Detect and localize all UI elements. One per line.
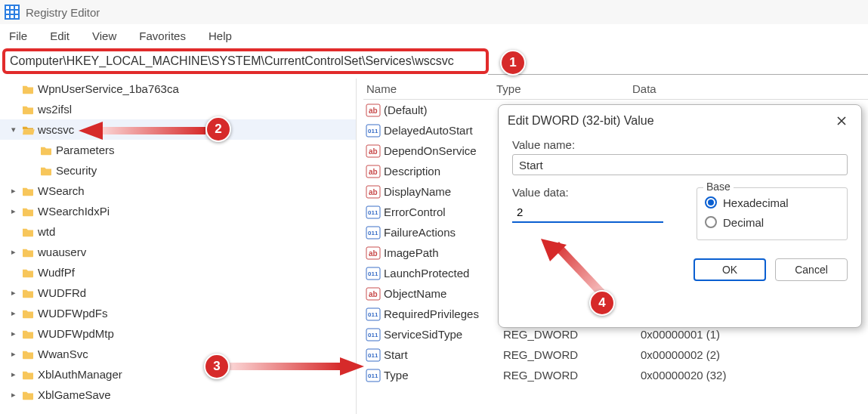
tree-item-label: wuauserv bbox=[38, 246, 86, 258]
tree-item-label: WwanSvc bbox=[38, 348, 88, 360]
value-data-label: Value data: bbox=[512, 186, 681, 199]
edit-dword-dialog: Edit DWORD (32-bit) Value Value name: St… bbox=[498, 104, 862, 328]
folder-icon bbox=[21, 267, 35, 278]
value-name: RequiredPrivileges bbox=[384, 307, 496, 320]
tree-item[interactable]: wtd bbox=[0, 221, 356, 242]
folder-icon bbox=[21, 206, 35, 217]
tree-item-label: ws2ifsl bbox=[38, 103, 72, 116]
value-name: (Default) bbox=[384, 104, 496, 116]
list-row[interactable]: StartREG_DWORD0x00000002 (2) bbox=[363, 344, 868, 365]
folder-icon bbox=[21, 349, 35, 360]
chevron-icon[interactable]: ▸ bbox=[9, 390, 18, 400]
tree-item-label: wtd bbox=[38, 225, 55, 238]
tree-item-label: Security bbox=[56, 164, 97, 177]
close-icon bbox=[836, 116, 847, 126]
reg-dword-icon bbox=[366, 205, 381, 219]
tree-item-label: XblGameSave bbox=[38, 388, 111, 401]
value-data-input[interactable] bbox=[512, 202, 663, 223]
radio-decimal[interactable]: Decimal bbox=[705, 212, 839, 232]
reg-sz-icon bbox=[366, 246, 381, 260]
close-button[interactable] bbox=[831, 110, 852, 131]
tree-item-label: WSearch bbox=[38, 184, 85, 197]
value-name: ErrorControl bbox=[384, 205, 496, 218]
col-type[interactable]: Type bbox=[496, 82, 632, 95]
value-name-field[interactable]: Start bbox=[512, 154, 848, 175]
chevron-icon[interactable]: ▸ bbox=[9, 369, 18, 379]
folder-open-icon bbox=[21, 125, 35, 135]
window-title: Registry Editor bbox=[26, 6, 100, 19]
menu-help[interactable]: Help bbox=[204, 27, 236, 45]
tree-pane[interactable]: WpnUserService_1ba763caws2ifsl▾wscsvcPar… bbox=[0, 79, 357, 414]
reg-sz-icon bbox=[366, 104, 381, 117]
tree-item[interactable]: Parameters bbox=[0, 140, 356, 160]
annotation-badge-3: 3 bbox=[204, 354, 230, 379]
reg-sz-icon bbox=[366, 287, 381, 301]
menu-bar: File Edit View Favorites Help bbox=[0, 24, 868, 47]
ok-button[interactable]: OK bbox=[693, 258, 766, 281]
tree-item[interactable]: ws2ifsl bbox=[0, 99, 356, 119]
reg-sz-icon bbox=[366, 165, 381, 178]
tree-item[interactable]: ▸XblAuthManager bbox=[0, 364, 356, 385]
reg-dword-icon bbox=[366, 226, 381, 239]
reg-dword-icon bbox=[366, 267, 381, 280]
tree-item[interactable]: WpnUserService_1ba763ca bbox=[0, 79, 356, 99]
chevron-icon[interactable]: ▸ bbox=[9, 288, 18, 298]
tree-item-label: XblAuthManager bbox=[38, 368, 122, 381]
tree-item[interactable]: Security bbox=[0, 160, 356, 181]
chevron-icon[interactable]: ▸ bbox=[9, 349, 18, 359]
annotation-badge-2: 2 bbox=[205, 116, 231, 142]
chevron-icon[interactable]: ▸ bbox=[9, 186, 18, 196]
reg-dword-icon bbox=[366, 124, 381, 137]
tree-item[interactable]: ▸WSearch bbox=[0, 181, 356, 201]
value-name: Start bbox=[384, 348, 496, 361]
address-bar[interactable]: Computer\HKEY_LOCAL_MACHINE\SYSTEM\Curre… bbox=[2, 48, 489, 74]
tree-item[interactable]: ▸WwanSvc bbox=[0, 344, 356, 364]
chevron-icon[interactable]: ▸ bbox=[9, 308, 18, 318]
chevron-icon[interactable]: ▸ bbox=[9, 206, 18, 216]
chevron-icon[interactable]: ▾ bbox=[9, 125, 18, 134]
reg-dword-icon bbox=[366, 328, 381, 341]
dialog-title: Edit DWORD (32-bit) Value bbox=[508, 114, 654, 128]
tree-item[interactable]: ▸XblGameSave bbox=[0, 385, 356, 405]
value-type: REG_DWORD bbox=[499, 369, 635, 382]
menu-edit[interactable]: Edit bbox=[45, 27, 74, 45]
value-name: Type bbox=[384, 369, 496, 382]
tree-item[interactable]: ▸wuauserv bbox=[0, 242, 356, 262]
tree-item-label: WUDFWpdMtp bbox=[38, 327, 114, 340]
tree-item[interactable]: ▾wscsvc bbox=[0, 119, 356, 140]
annotation-badge-4: 4 bbox=[589, 290, 615, 316]
base-fieldset: Base Hexadecimal Decimal bbox=[697, 187, 848, 240]
base-legend: Base bbox=[703, 181, 734, 193]
value-type: REG_DWORD bbox=[499, 348, 635, 361]
tree-item[interactable]: ▸WUDFWpdMtp bbox=[0, 323, 356, 344]
tree-item-label: WSearchIdxPi bbox=[38, 205, 110, 218]
chevron-icon[interactable]: ▸ bbox=[9, 247, 18, 257]
reg-dword-icon bbox=[366, 348, 381, 362]
value-name: DelayedAutoStart bbox=[384, 124, 496, 137]
menu-file[interactable]: File bbox=[5, 27, 32, 45]
list-columns-header: Name Type Data bbox=[363, 79, 868, 100]
radio-hexadecimal[interactable]: Hexadecimal bbox=[705, 193, 839, 212]
menu-view[interactable]: View bbox=[88, 27, 121, 45]
value-name: FailureActions bbox=[384, 226, 496, 239]
col-name[interactable]: Name bbox=[366, 82, 496, 95]
tree-item[interactable]: ▸WUDFWpdFs bbox=[0, 303, 356, 323]
list-row[interactable]: TypeREG_DWORD0x00000020 (32) bbox=[363, 365, 868, 385]
folder-icon bbox=[39, 165, 53, 176]
col-data[interactable]: Data bbox=[632, 82, 868, 95]
reg-sz-icon bbox=[366, 144, 381, 158]
folder-icon bbox=[21, 390, 35, 400]
tree-item[interactable]: ▸WUDFRd bbox=[0, 283, 356, 303]
chevron-icon[interactable]: ▸ bbox=[9, 329, 18, 338]
value-name-label: Value name: bbox=[512, 138, 848, 151]
menu-favorites[interactable]: Favorites bbox=[134, 27, 190, 45]
folder-icon bbox=[21, 227, 35, 237]
cancel-button[interactable]: Cancel bbox=[775, 258, 848, 281]
tree-item[interactable]: WudfPf bbox=[0, 262, 356, 283]
reg-sz-icon bbox=[366, 185, 381, 199]
folder-icon bbox=[21, 308, 35, 319]
value-data: 0x00000001 (1) bbox=[638, 328, 720, 341]
value-data: 0x00000002 (2) bbox=[638, 348, 720, 361]
address-text: Computer\HKEY_LOCAL_MACHINE\SYSTEM\Curre… bbox=[10, 54, 481, 68]
tree-item[interactable]: ▸WSearchIdxPi bbox=[0, 201, 356, 221]
